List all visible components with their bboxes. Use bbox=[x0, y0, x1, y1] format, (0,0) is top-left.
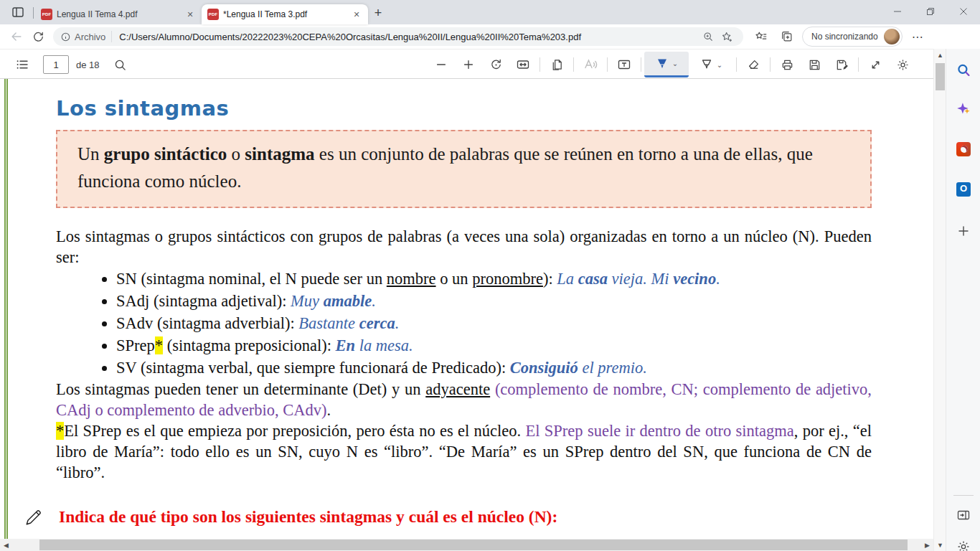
list-item-sn: SN (sintagma nominal, el N puede ser un … bbox=[116, 268, 872, 290]
restore-button[interactable] bbox=[914, 0, 947, 23]
scheme-label: Archivo bbox=[75, 32, 105, 42]
zoom-in-icon[interactable] bbox=[455, 52, 482, 77]
draw-pen-icon[interactable] bbox=[699, 57, 714, 72]
pdf-file-icon: PDF bbox=[41, 9, 52, 20]
minimize-button[interactable] bbox=[881, 0, 914, 23]
pdf-toolbar-left: de 18 bbox=[9, 50, 134, 80]
settings-more-icon[interactable]: ⋯ bbox=[907, 26, 928, 47]
tab-close-icon[interactable]: ✕ bbox=[351, 9, 362, 20]
zoom-out-icon[interactable] bbox=[428, 52, 455, 77]
avatar bbox=[884, 29, 900, 44]
new-tab-button[interactable]: + bbox=[368, 3, 388, 23]
add-favorite-icon[interactable] bbox=[717, 27, 736, 46]
horizontal-scrollbar[interactable]: ◀ ▶ bbox=[0, 539, 933, 551]
document-content: Los sintagmas Un grupo sintáctico o sint… bbox=[0, 79, 933, 527]
sidebar-discover-icon[interactable] bbox=[946, 96, 980, 122]
info-icon[interactable] bbox=[60, 32, 71, 42]
tab-strip: PDF Lengua II Tema 4.pdf ✕ PDF *Lengua I… bbox=[0, 0, 980, 24]
pdf-toolbar-center: ⌄ ⌄ bbox=[428, 50, 916, 80]
pencil-icon bbox=[24, 508, 43, 527]
scroll-up-icon[interactable]: ▲ bbox=[934, 49, 946, 61]
page-view-icon[interactable] bbox=[543, 52, 570, 77]
tab-close-icon[interactable]: ✕ bbox=[184, 9, 196, 20]
list-item-sadj: SAdj (sintagma adjetival): Muy amable. bbox=[116, 290, 872, 312]
pdf-page: Los sintagmas Un grupo sintáctico o sint… bbox=[0, 79, 933, 539]
fullscreen-icon[interactable] bbox=[862, 52, 889, 77]
intro-paragraph: Los sintagmas o grupos sintácticos con g… bbox=[56, 226, 872, 268]
print-icon[interactable] bbox=[773, 52, 801, 77]
sprep-note-paragraph: *El SPrep es el que empieza por preposic… bbox=[56, 420, 872, 483]
table-of-contents-icon[interactable] bbox=[9, 52, 36, 77]
pdf-file-icon: PDF bbox=[207, 9, 219, 20]
read-aloud-icon[interactable] bbox=[577, 52, 604, 77]
main-content-row: de 18 bbox=[0, 49, 980, 551]
list-item-sprep: SPrep* (sintagma preposicional): En la m… bbox=[116, 334, 872, 357]
definition-box: Un grupo sintáctico o sintagma es un con… bbox=[56, 130, 872, 208]
refresh-icon[interactable] bbox=[27, 26, 49, 47]
tab-lengua-tema4[interactable]: PDF Lengua II Tema 4.pdf ✕ bbox=[35, 4, 202, 24]
tab-separator bbox=[33, 7, 34, 19]
favorites-bar-icon[interactable] bbox=[750, 26, 772, 47]
draw-tool-group[interactable]: ⌄ bbox=[689, 52, 733, 77]
find-in-document-icon[interactable] bbox=[107, 52, 134, 77]
address-divider bbox=[111, 31, 112, 42]
url-text[interactable]: C:/Users/Alumno/Documents/20222023%20CEP… bbox=[119, 32, 699, 42]
exercise-heading: Indica de qué tipo son los siguientes si… bbox=[59, 507, 557, 527]
sidebar-settings-icon[interactable] bbox=[946, 534, 980, 551]
adyacente-paragraph: Los sintagmas pueden tener un determinan… bbox=[56, 379, 872, 420]
draw-dropdown-icon[interactable]: ⌄ bbox=[717, 61, 722, 69]
zoom-page-icon[interactable] bbox=[699, 27, 717, 46]
vertical-scrollbar[interactable]: ▲ ▼ bbox=[933, 49, 946, 551]
highlighter-icon[interactable] bbox=[655, 57, 669, 71]
list-item-sadv: SAdv (sintagma adverbial): Bastante cerc… bbox=[116, 312, 872, 334]
vertical-scroll-thumb[interactable] bbox=[936, 63, 945, 90]
tab-lengua-tema3-active[interactable]: PDF *Lengua II Tema 3.pdf ✕ bbox=[202, 4, 368, 24]
sidebar-outlook-icon[interactable] bbox=[946, 176, 980, 202]
tab-title: *Lengua II Tema 3.pdf bbox=[223, 9, 347, 19]
back-icon[interactable] bbox=[6, 26, 27, 47]
tab-title: Lengua II Tema 4.pdf bbox=[57, 9, 180, 19]
page-count-label: de 18 bbox=[76, 60, 100, 70]
exercise-heading-row: Indica de qué tipo son los siguientes si… bbox=[24, 507, 872, 527]
scroll-down-icon[interactable]: ▼ bbox=[934, 539, 946, 551]
sintagma-list: SN (sintagma nominal, el N puede ser un … bbox=[56, 268, 872, 379]
navigation-bar: Archivo C:/Users/Alumno/Documents/202220… bbox=[0, 24, 980, 49]
edge-sidebar bbox=[946, 49, 980, 551]
scroll-right-icon[interactable]: ▶ bbox=[921, 539, 933, 551]
navbar-actions: No sincronizando ⋯ bbox=[750, 26, 928, 47]
collections-icon[interactable] bbox=[776, 26, 798, 47]
horizontal-scroll-thumb[interactable] bbox=[39, 540, 908, 550]
close-window-button[interactable] bbox=[947, 0, 980, 23]
sidebar-divider bbox=[953, 495, 974, 496]
profile-button[interactable]: No sincronizando bbox=[802, 27, 903, 47]
address-bar[interactable]: Archivo C:/Users/Alumno/Documents/202220… bbox=[53, 27, 743, 46]
pdf-viewer: de 18 bbox=[0, 49, 933, 551]
scroll-left-icon[interactable]: ◀ bbox=[0, 539, 12, 551]
page-number-input[interactable] bbox=[43, 55, 69, 74]
sync-status-label: No sincronizando bbox=[811, 32, 878, 42]
window-controls bbox=[881, 0, 980, 24]
document-title: Los sintagmas bbox=[56, 96, 872, 121]
highlighter-dropdown-icon[interactable]: ⌄ bbox=[672, 60, 678, 67]
browser-window: PDF Lengua II Tema 4.pdf ✕ PDF *Lengua I… bbox=[0, 0, 980, 551]
workspaces-icon[interactable] bbox=[6, 1, 30, 23]
list-item-sv: SV (sintagma verbal, que siempre funcion… bbox=[116, 357, 872, 379]
erase-icon[interactable] bbox=[740, 52, 767, 77]
sidebar-add-icon[interactable] bbox=[946, 218, 980, 244]
save-icon[interactable] bbox=[801, 52, 828, 77]
sidebar-panel-icon[interactable] bbox=[946, 502, 980, 528]
sidebar-search-icon[interactable] bbox=[946, 57, 980, 83]
pdf-settings-icon[interactable] bbox=[889, 52, 916, 77]
highlight-tool-group[interactable]: ⌄ bbox=[644, 52, 689, 77]
save-as-icon[interactable] bbox=[828, 52, 855, 77]
pdf-toolbar: de 18 bbox=[0, 49, 933, 79]
fit-to-width-icon[interactable] bbox=[509, 52, 537, 77]
sidebar-office-icon[interactable] bbox=[946, 136, 980, 162]
add-text-icon[interactable] bbox=[611, 52, 638, 77]
rotate-icon[interactable] bbox=[482, 52, 509, 77]
